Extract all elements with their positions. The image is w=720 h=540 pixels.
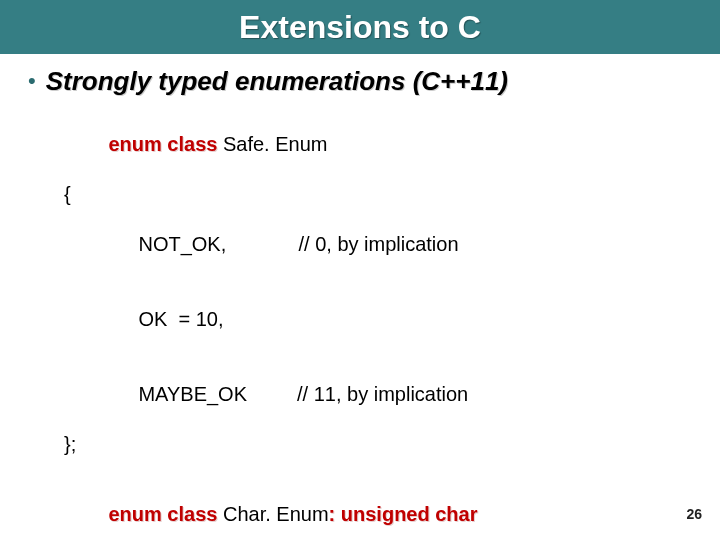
- code-area: enum class Safe. Enum { NOT_OK, // 0, by…: [64, 107, 692, 540]
- bullet-text: Strongly typed enumerations (C++11): [46, 66, 508, 97]
- open-brace-1: {: [64, 182, 692, 207]
- bullet-dot-icon: •: [28, 66, 36, 96]
- type-name-2: Char. Enum: [217, 503, 328, 525]
- close-brace-1: };: [64, 432, 692, 457]
- bullet-line: • Strongly typed enumerations (C++11): [28, 66, 692, 97]
- slide-title: Extensions to C: [239, 9, 481, 46]
- keyword-enum-class-2: enum class: [108, 503, 217, 525]
- title-bar: Extensions to C: [0, 0, 720, 54]
- page-number: 26: [686, 506, 702, 522]
- code-block-1: enum class Safe. Enum { NOT_OK, // 0, by…: [64, 107, 692, 457]
- comment-1: // 0, by implication: [298, 233, 458, 255]
- slide-body: • Strongly typed enumerations (C++11) en…: [0, 54, 720, 540]
- keyword-underlying-type: : unsigned char: [329, 503, 478, 525]
- comment-2: // 11, by implication: [297, 383, 468, 405]
- enum-item-maybe-ok: MAYBE_OK: [138, 383, 297, 405]
- code-block-2: enum class Char. Enum: unsigned char { N…: [64, 477, 692, 540]
- enum-item-not-ok-1: NOT_OK,: [138, 233, 298, 255]
- type-name-1: Safe. Enum: [217, 133, 327, 155]
- enum-item-ok-1: OK = 10,: [108, 307, 223, 332]
- keyword-enum-class-1: enum class: [108, 133, 217, 155]
